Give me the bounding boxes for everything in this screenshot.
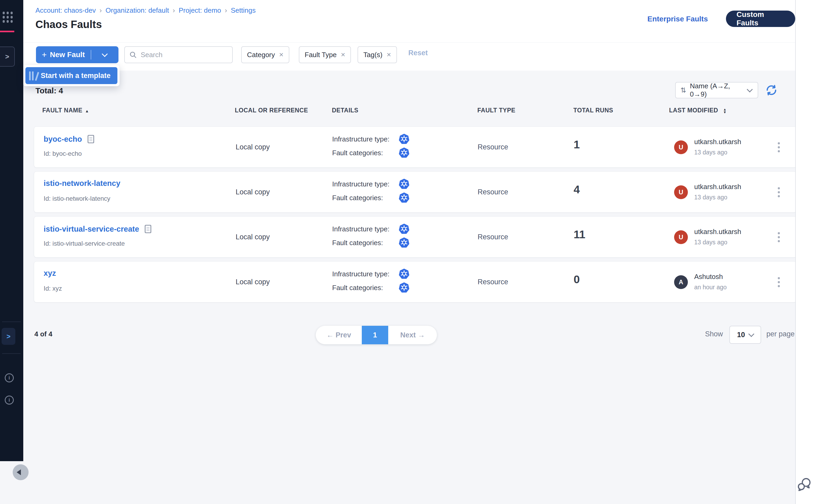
row-menu-button[interactable] [774,229,784,245]
page-title: Chaos Faults [35,19,102,30]
reset-filters-button[interactable]: Reset [408,49,428,57]
sidebar-expand-chevron-icon[interactable]: > [2,328,15,345]
filter-chip-category[interactable]: Category× [241,46,289,63]
current-page-button[interactable]: 1 [362,326,388,344]
modified-time: 13 days ago [694,194,727,201]
total-runs-value: 1 [574,138,580,151]
chaos-faults-page: > > i i Account: chaos-dev › Organizatio… [0,0,814,504]
fault-name-link[interactable]: xyz [44,269,56,278]
enterprise-faults-link[interactable]: Enterprise Faults [647,15,708,23]
fault-name-link[interactable]: byoc-echo [44,134,96,144]
fault-id-label: Id: byoc-echo [44,150,82,157]
per-page-suffix: per page [766,330,795,338]
template-doc-icon[interactable] [86,134,96,144]
sidebar-resize-handle[interactable] [13,464,29,480]
kubernetes-icon [398,147,410,159]
close-icon[interactable]: × [387,51,391,59]
fault-id-label: Id: xyz [44,285,62,292]
info-icon[interactable]: i [5,373,14,382]
fault-id-label: Id: istio-network-latency [44,195,110,202]
toolbar: + New Fault Category× Fault Type× Tag(s)… [23,43,795,71]
row-menu-button[interactable] [774,274,784,290]
modified-time: an hour ago [694,284,727,291]
total-count-label: Total: 4 [35,86,63,95]
fault-name-link[interactable]: istio-network-latency [44,179,120,188]
collapse-left-icon [17,469,21,475]
total-runs-value: 4 [574,183,580,196]
fault-id-label: Id: istio-virtual-service-create [44,240,125,247]
breadcrumb-separator-icon: › [173,6,175,15]
local-or-reference-value: Local copy [236,278,270,286]
fault-name-link[interactable]: istio-virtual-service-create [44,224,153,234]
results-summary: 4 of 4 [34,330,52,338]
details-cell: Infrastructure type: Fault categories: [332,178,410,205]
close-icon[interactable]: × [341,51,345,59]
avatar: U [674,230,688,244]
modified-by-user: utkarsh.utkarsh [694,228,741,236]
fault-type-value: Resource [478,143,508,151]
chevron-down-icon [747,86,753,93]
table-row[interactable]: byoc-echo Id: byoc-echo Local copy Infra… [34,126,797,168]
local-or-reference-value: Local copy [236,233,270,241]
per-page-select[interactable]: 10 [729,326,761,344]
filter-chip-tags[interactable]: Tag(s)× [358,46,397,63]
local-or-reference-value: Local copy [236,143,270,151]
kubernetes-icon [398,268,410,280]
avatar: A [674,275,688,289]
column-header-fault-type: FAULT TYPE [477,107,515,114]
row-menu-button[interactable] [774,139,784,155]
prev-page-button[interactable]: ← Prev [316,326,362,344]
kubernetes-icon [398,178,410,190]
kubernetes-icon [398,133,410,145]
refresh-button[interactable] [765,84,778,96]
modified-time: 13 days ago [694,149,727,156]
new-fault-dropdown-toggle[interactable] [91,53,118,57]
table-row[interactable]: istio-network-latency Id: istio-network-… [34,171,797,213]
breadcrumb-organization[interactable]: Organization: default [106,6,169,15]
filter-chip-fault-type[interactable]: Fault Type× [299,46,351,63]
fault-type-value: Resource [478,233,508,241]
column-header-details: DETAILS [332,107,358,114]
breadcrumb-project[interactable]: Project: demo [179,6,221,15]
column-header-total-runs: TOTAL RUNS [573,107,613,114]
total-runs-value: 11 [574,228,585,241]
column-header-fault-name[interactable]: FAULT NAME▲ [42,107,89,114]
modified-by-user: utkarsh.utkarsh [694,138,741,146]
chevron-down-icon [102,51,108,57]
app-grid-icon[interactable] [3,12,14,24]
search-input[interactable] [140,51,221,59]
column-header-local-or-reference: LOCAL OR REFERENCE [235,107,308,114]
avatar: U [674,185,688,199]
sidebar-collapsed-panel-chevron-icon[interactable]: > [0,47,15,67]
column-header-last-modified[interactable]: LAST MODIFIED ▲▼ [669,107,727,114]
next-page-button[interactable]: Next → [388,326,437,344]
kubernetes-icon [398,237,410,249]
menu-item-start-with-template[interactable]: Start with a template [25,67,117,84]
page-header: Account: chaos-dev › Organization: defau… [23,0,795,43]
template-doc-icon[interactable] [143,224,153,234]
table-row[interactable]: xyz Id: xyz Local copy Infrastructure ty… [34,261,797,303]
pager: ← Prev 1 Next → [316,326,437,344]
kubernetes-icon [398,223,410,235]
arrow-right-icon: → [418,331,425,339]
breadcrumb-settings[interactable]: Settings [231,6,256,15]
sort-select[interactable]: ⇅ Name (A→Z, 0→9) [675,82,758,98]
close-icon[interactable]: × [279,51,283,59]
custom-faults-button[interactable]: Custom Faults [726,11,795,27]
template-library-icon [29,71,36,80]
row-menu-button[interactable] [774,184,784,200]
right-gutter [795,0,814,504]
info-icon[interactable]: i [5,396,14,405]
new-fault-button[interactable]: + New Fault [36,46,118,63]
sort-updown-icon: ⇅ [680,86,686,94]
plus-icon: + [42,50,47,60]
new-fault-dropdown-menu: Start with a template [23,65,120,86]
table-row[interactable]: istio-virtual-service-create Id: istio-v… [34,216,797,258]
brand-accent-line [0,31,14,32]
total-runs-value: 0 [574,273,580,286]
fault-type-value: Resource [478,188,508,196]
support-chat-icon[interactable] [797,477,812,492]
breadcrumb-account[interactable]: Account: chaos-dev [35,6,96,15]
modified-by-user: Ashutosh [694,273,723,281]
kubernetes-icon [398,282,410,294]
